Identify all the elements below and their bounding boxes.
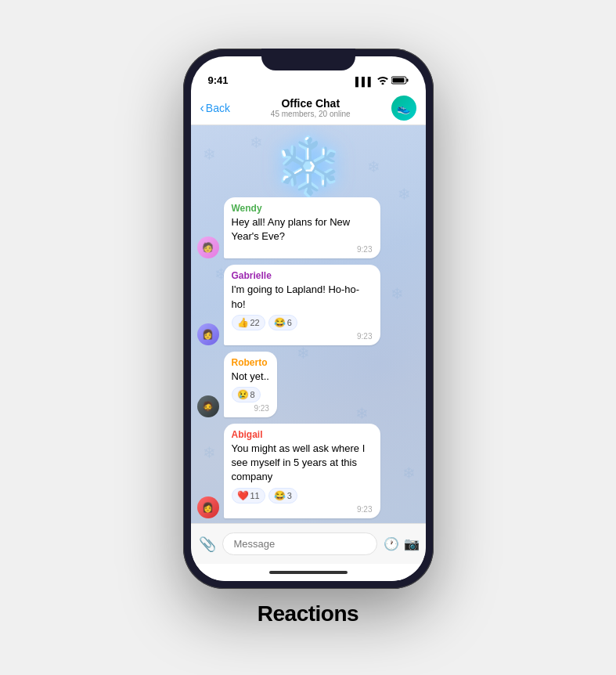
message-row: 👩AbigailYou might as well ask where I se… — [197, 424, 420, 518]
message-bubble: AbigailYou might as well ask where I see… — [224, 424, 380, 518]
message-sender: Gabrielle — [232, 270, 373, 281]
snowflake-sticker: ❄️ — [197, 132, 420, 197]
group-avatar-emoji: 👟 — [397, 102, 410, 114]
reactions-row: 👍22😂6 — [232, 315, 373, 330]
input-bar: 📎 🕐 📷 — [191, 523, 426, 564]
reaction-count: 8 — [250, 390, 255, 399]
svg-rect-1 — [406, 79, 408, 82]
message-avatar: 👩 — [197, 496, 219, 518]
chat-header: ‹ Back Office Chat 45 members, 20 online… — [191, 91, 426, 125]
message-sender: Wendy — [232, 203, 373, 214]
reaction-emoji: 😂 — [274, 490, 286, 501]
phone-screen: 9:41 ▌▌▌ — [191, 56, 426, 581]
message-text: Not yet.. — [232, 370, 269, 384]
reaction-emoji: 😂 — [274, 317, 286, 328]
reaction-count: 3 — [287, 491, 292, 500]
reaction-emoji: ❤️ — [237, 490, 249, 501]
home-bar — [269, 571, 348, 574]
chat-title-block: Office Chat 45 members, 20 online — [271, 97, 351, 118]
input-icons: 🕐 📷 — [384, 536, 420, 551]
message-time: 9:23 — [232, 505, 373, 514]
reaction-pill[interactable]: 😢8 — [232, 387, 261, 402]
back-chevron-icon: ‹ — [200, 101, 204, 115]
reaction-emoji: 👍 — [237, 317, 249, 328]
message-row: 👩GabrielleI'm going to Lapland! Ho-ho-ho… — [197, 265, 420, 345]
message-row: 🧑WendyHey all! Any plans for New Year's … — [197, 197, 420, 258]
message-sender: Abigail — [232, 429, 373, 440]
message-time: 9:23 — [232, 332, 373, 341]
notch — [261, 49, 355, 70]
message-bubble: GabrielleI'm going to Lapland! Ho-ho-ho!… — [224, 265, 380, 345]
message-bubble: WendyHey all! Any plans for New Year's E… — [224, 197, 380, 258]
reactions-row: ❤️11😂3 — [232, 488, 373, 504]
back-button[interactable]: ‹ Back — [200, 101, 230, 115]
back-label: Back — [206, 102, 230, 114]
phone-shell: 9:41 ▌▌▌ — [183, 49, 434, 589]
clock-icon[interactable]: 🕐 — [384, 536, 399, 551]
reaction-count: 6 — [287, 318, 292, 327]
reaction-count: 11 — [250, 491, 260, 500]
message-bubble: RobertoNot yet..😢89:23 — [224, 352, 277, 417]
page-wrapper: 9:41 ▌▌▌ — [183, 49, 434, 626]
svg-rect-2 — [392, 78, 404, 83]
reaction-emoji: 😢 — [237, 389, 249, 400]
page-title: Reactions — [258, 601, 358, 626]
message-avatar: 👩 — [197, 323, 219, 345]
group-avatar[interactable]: 👟 — [391, 96, 416, 121]
status-time: 9:41 — [208, 74, 229, 86]
message-sender: Roberto — [232, 357, 269, 368]
battery-icon — [391, 76, 409, 86]
camera-icon[interactable]: 📷 — [404, 536, 420, 551]
message-time: 9:23 — [232, 404, 269, 413]
message-row: 🧔RobertoNot yet..😢89:23 — [197, 352, 420, 417]
wifi-icon — [377, 76, 388, 86]
message-text: Hey all! Any plans for New Year's Eve? — [232, 215, 373, 244]
snowflake-emoji: ❄️ — [273, 138, 344, 194]
chat-area[interactable]: ❄ ❄ ❄ ❄ ❄ ❄ ❄ ❄ ❄ ❄ ❄ ❄ ❄️ — [191, 125, 426, 523]
reaction-pill[interactable]: 😂6 — [268, 315, 297, 330]
messages-container: 🧑WendyHey all! Any plans for New Year's … — [197, 197, 420, 523]
message-time: 9:23 — [232, 245, 373, 254]
attach-button[interactable]: 📎 — [199, 536, 216, 553]
reaction-pill[interactable]: ❤️11 — [232, 488, 265, 504]
reactions-row: 😢8 — [232, 387, 269, 402]
message-avatar: 🧑 — [197, 236, 219, 258]
home-indicator — [191, 564, 426, 581]
message-text: You might as well ask where I see myself… — [232, 442, 373, 485]
reaction-pill[interactable]: 👍22 — [232, 315, 265, 330]
reaction-count: 22 — [250, 318, 260, 327]
chat-title: Office Chat — [271, 97, 351, 110]
reaction-pill[interactable]: 😂3 — [268, 488, 297, 504]
signal-icon: ▌▌▌ — [355, 77, 373, 86]
message-input[interactable] — [222, 532, 377, 555]
message-text: I'm going to Lapland! Ho-ho-ho! — [232, 283, 373, 311]
status-icons: ▌▌▌ — [355, 76, 408, 86]
message-avatar: 🧔 — [197, 395, 219, 417]
chat-subtitle: 45 members, 20 online — [271, 110, 351, 118]
